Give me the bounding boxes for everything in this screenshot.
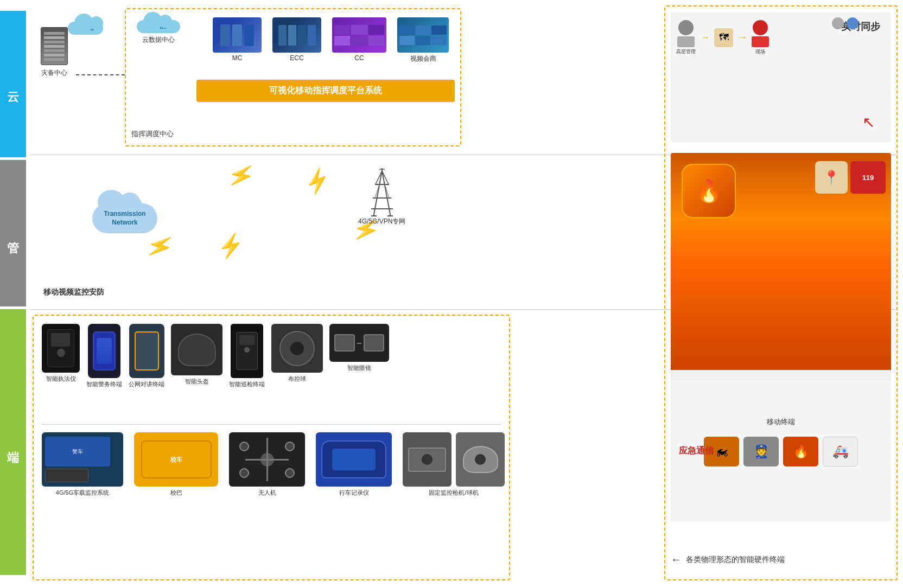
device-xiao-ba: 校车 校巴 bbox=[134, 432, 218, 497]
cc-label: CC bbox=[332, 54, 386, 62]
ecc-label: ECC bbox=[272, 54, 321, 62]
svg-line-0 bbox=[374, 171, 382, 214]
tower-group: 4G/5G/VPN专网 bbox=[358, 168, 405, 226]
device-zhifayì: 智能执法仪 bbox=[42, 324, 80, 383]
people-icons: 高层管理 → 🗺 → 现场 bbox=[676, 20, 769, 55]
video-label: 视频会商 bbox=[397, 54, 449, 63]
emergency-app-icon: 🔥 bbox=[682, 164, 736, 218]
device-bukong: 布控球 bbox=[271, 324, 323, 383]
disaster-server-group: Cloud 灾备中心 bbox=[41, 27, 68, 78]
emergency-bg: 🔥 📍 119 bbox=[671, 153, 891, 370]
video-photo bbox=[397, 17, 449, 53]
hardware-label-row: ← 各类物理形态的智能硬件终端 bbox=[671, 553, 891, 566]
cc-photo bbox=[332, 17, 386, 53]
command-dashed-box: Cloud 云数据中心 MC bbox=[125, 8, 461, 146]
sidebar-yun: 云 bbox=[0, 11, 26, 157]
lightning-up-center: ⚡ bbox=[225, 159, 258, 191]
mobile-surveillance-label: 移动视频监控安防 bbox=[43, 287, 104, 297]
server-icon bbox=[41, 27, 68, 65]
device-yanjing: 智能眼镜 bbox=[329, 324, 389, 372]
ecc-photo bbox=[272, 17, 321, 53]
emergency-comm-label: 应急通信 bbox=[679, 445, 714, 457]
lightning-left: ⚡ bbox=[143, 229, 177, 263]
device-drone: 无人机 bbox=[229, 432, 305, 497]
lightning-right-up: ⚡ bbox=[300, 164, 334, 197]
device-jingwu: 智能警务终端 bbox=[86, 324, 122, 388]
device-xingche: 行车记录仪 bbox=[316, 432, 392, 497]
hardware-text: 各类物理形态的智能硬件终端 bbox=[686, 555, 785, 565]
devices-row2: 警车 4G/5G车载监控系统 校车 校巴 bbox=[42, 432, 505, 497]
devices-dashed-box: 智能执法仪 智能警务终端 公网对讲终端 智能头盔 bbox=[33, 315, 510, 580]
right-panel: 实时同步 高层管理 → 🗺 → 现场 ↖ bbox=[664, 5, 898, 580]
devices-row1: 智能执法仪 智能警务终端 公网对讲终端 智能头盔 bbox=[42, 324, 389, 388]
cloud-datacenter-group: Cloud 云数据中心 bbox=[137, 20, 180, 44]
right-bottom-section: 🔥 📍 119 🏍 👮 🔥 🚑 移动终端 应急通信 bbox=[671, 153, 891, 522]
cursor-icon: ↖ bbox=[862, 113, 875, 131]
device-duijang: 公网对讲终端 bbox=[129, 324, 164, 388]
sidebar-duan: 端 bbox=[0, 309, 26, 575]
cloud-datacenter-label: 云数据中心 bbox=[137, 35, 180, 44]
video-group: 视频会商 bbox=[397, 17, 449, 63]
mc-photo bbox=[213, 17, 262, 53]
command-platform-box: 可视化移动指挥调度平台系统 bbox=[196, 80, 455, 102]
svg-line-1 bbox=[382, 171, 390, 214]
right-top-section: 实时同步 高层管理 → 🗺 → 现场 ↖ bbox=[671, 12, 891, 142]
mobile-terminal-label: 移动终端 bbox=[767, 417, 795, 427]
device-xunjian: 智能巡检终端 bbox=[229, 324, 265, 388]
dotted-connector bbox=[76, 74, 125, 75]
disaster-center-label: 灾备中心 bbox=[41, 68, 68, 78]
cc-group: CC bbox=[332, 17, 386, 62]
device-cameras: 固定监控枪机/球机 bbox=[403, 432, 505, 497]
command-center-label: 指挥调度中心 bbox=[131, 129, 174, 139]
disaster-cloud: Cloud bbox=[68, 22, 103, 35]
sidebar-guan: 管 bbox=[0, 160, 26, 306]
ecc-group: ECC bbox=[272, 17, 321, 62]
device-helmet: 智能头盔 bbox=[171, 324, 222, 386]
mc-group: MC bbox=[213, 17, 262, 62]
device-row-divider bbox=[42, 424, 501, 425]
tower-svg bbox=[368, 168, 396, 217]
mc-label: MC bbox=[213, 54, 262, 62]
left-arrow-icon: ← bbox=[671, 553, 682, 566]
device-chelai: 警车 4G/5G车载监控系统 bbox=[42, 432, 123, 497]
tower-label: 4G/5G/VPN专网 bbox=[358, 217, 405, 226]
lightning-down-center: ⚡ bbox=[215, 231, 246, 261]
